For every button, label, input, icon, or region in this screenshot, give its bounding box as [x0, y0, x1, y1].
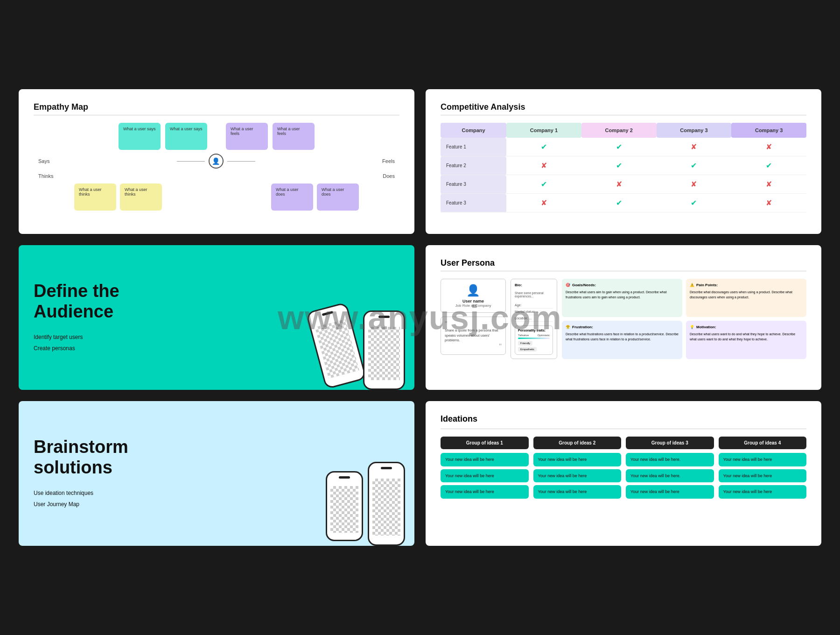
- cell: ✘: [731, 138, 806, 156]
- pain-card: ⚠️ Pain Points: Describe what discourage…: [686, 279, 806, 317]
- cell: ✔: [731, 156, 806, 175]
- brainstorm-text: Brainstormsolutions Use ideation techniq…: [34, 437, 399, 509]
- group-header-2: Group of ideas 2: [533, 437, 622, 449]
- idea-card: Your new idea will be here.: [626, 469, 714, 483]
- motivation-title: 💡 Motivation:: [690, 325, 803, 330]
- idea-card: Your new idea will be here: [441, 453, 529, 466]
- bio-text: Share some personal experiences...: [515, 290, 553, 299]
- group-header-3: Group of ideas 3: [626, 437, 714, 449]
- trait-right: Optimistic: [538, 334, 550, 337]
- persona-avatar-box: 👤 User name Job Role at Company: [441, 279, 506, 313]
- ideation-col-3: Group of ideas 3 Your new idea will be h…: [626, 437, 714, 501]
- does-label: Does: [383, 173, 395, 179]
- group-header-1: Group of ideas 1: [441, 437, 529, 449]
- ideation-col-2: Group of ideas 2 Your new idea will be h…: [533, 437, 622, 501]
- idea-card: Your new idea will be here: [441, 469, 529, 483]
- divider: [441, 429, 806, 429]
- empathy-middle: Says 👤 Feels: [34, 154, 399, 169]
- persona-traits: Personality traits: Talkative Optimistic…: [515, 325, 553, 355]
- empathy-right-cards: What a user does What a user does: [231, 183, 399, 211]
- persona-left-col: 👤 User name Job Role at Company " Share …: [441, 279, 506, 359]
- empathy-card: What a user thinks: [120, 183, 162, 211]
- avatar-icon: 👤: [446, 284, 501, 297]
- slide-brainstorm: Brainstormsolutions Use ideation techniq…: [19, 401, 414, 546]
- empathy-card: What a user does: [271, 183, 313, 211]
- cell: ✘: [506, 156, 581, 175]
- empathy-card: What a user says: [165, 123, 207, 150]
- field-age: Age:: [515, 302, 553, 309]
- feature-label: Feature 3: [441, 175, 506, 194]
- cell: ✘: [657, 175, 732, 194]
- empathy-card: What a user says: [119, 123, 161, 150]
- comp-title: Competitive Analysis: [441, 102, 806, 112]
- feature-label: Feature 1: [441, 138, 506, 156]
- define-bullet-1: Identify target users: [34, 332, 399, 343]
- slide-empathy-map: Empathy Map What a user says What a user…: [19, 89, 414, 234]
- slide-competitive-analysis: Competitive Analysis Company Company 1 C…: [426, 89, 821, 234]
- empathy-left-cards: What a user thinks What a user thinks: [34, 183, 203, 211]
- field-location: Location: ...: [515, 315, 553, 322]
- cell: ✘: [581, 175, 657, 194]
- trait-left: Talkative: [518, 334, 529, 337]
- cell: ✘: [506, 194, 581, 212]
- cell: ✘: [731, 175, 806, 194]
- table-row: Feature 2 ✘ ✔ ✔ ✔: [441, 156, 806, 175]
- cell: ✔: [506, 138, 581, 156]
- goals-label: Goals/Needs:: [572, 282, 596, 288]
- slide-user-persona: User Persona 👤 User name Job Role at Com…: [426, 245, 821, 390]
- define-bullet-2: Create personas: [34, 343, 399, 354]
- thinks-label: Thinks: [38, 173, 53, 179]
- empathy-card: What a user feels: [226, 123, 268, 150]
- define-title: Define theAudience: [34, 281, 399, 322]
- ideation-columns: Group of ideas 1 Your new idea will be h…: [441, 437, 806, 501]
- idea-card: Your new idea will be here: [533, 485, 622, 499]
- col-c3: Company 3: [657, 123, 732, 138]
- ideation-col-4: Group of ideas 4 Your new idea will be h…: [719, 437, 807, 501]
- idea-card: Your new idea will be here: [719, 469, 807, 483]
- empathy-card: What a user does: [317, 183, 359, 211]
- feature-label: Feature 3: [441, 194, 506, 212]
- empathy-card: What a user feels: [273, 123, 315, 150]
- col-c4: Company 3: [731, 123, 806, 138]
- col-company: Company: [441, 123, 506, 138]
- goals-text: Describe what users aim to gain when usi…: [566, 290, 679, 300]
- feels-label: Feels: [382, 158, 395, 164]
- pain-title: ⚠️ Pain Points:: [690, 282, 803, 288]
- persona-title: User Persona: [441, 258, 806, 268]
- idea-card: Your new idea will be here: [533, 469, 622, 483]
- idea-card: Your new idea will be here: [626, 485, 714, 499]
- quote-text: Share a quote from a persona that speaks…: [445, 328, 502, 343]
- group-header-4: Group of ideas 4: [719, 437, 807, 449]
- main-grid: Empathy Map What a user says What a user…: [0, 71, 840, 564]
- col-c2: Company 2: [581, 123, 657, 138]
- cell: ✘: [657, 138, 732, 156]
- goals-title: 🎯 Goals/Needs:: [566, 282, 679, 288]
- feature-label: Feature 2: [441, 156, 506, 175]
- divider: [441, 115, 806, 115]
- tag-friendly: Friendly: [518, 341, 532, 346]
- persona-right-col: 🎯 Goals/Needs: Describe what users aim t…: [562, 279, 806, 359]
- frustration-text: Describe what frustrations users face in…: [566, 332, 679, 342]
- persona-content: 👤 User name Job Role at Company " Share …: [441, 279, 806, 359]
- empathy-bottom-row: What a user thinks What a user thinks Wh…: [34, 183, 399, 211]
- ideation-col-1: Group of ideas 1 Your new idea will be h…: [441, 437, 529, 501]
- cell: ✔: [581, 138, 657, 156]
- cell: ✔: [657, 156, 732, 175]
- idea-card: Your new idea will be here: [719, 453, 807, 466]
- divider: [34, 115, 399, 115]
- pain-label: Pain Points:: [696, 282, 718, 288]
- ideation-title: Ideations: [441, 414, 806, 424]
- cell: ✔: [581, 156, 657, 175]
- bio-title: Bio:: [515, 283, 553, 287]
- cell: ✔: [581, 194, 657, 212]
- col-c1: Company 1: [506, 123, 581, 138]
- divider: [441, 271, 806, 271]
- cell: ✔: [506, 175, 581, 194]
- empathy-row-labels: Thinks Does: [34, 172, 399, 180]
- frustration-title: 😤 Frustration:: [566, 325, 679, 330]
- brainstorm-bullet-2: User Journey Map: [34, 499, 399, 510]
- says-label: Says: [38, 158, 49, 164]
- motivation-label: Motivation:: [696, 325, 716, 330]
- trait-tags: Friendly Empathetic: [518, 341, 550, 352]
- field-marital: Marital status: ...: [515, 309, 553, 315]
